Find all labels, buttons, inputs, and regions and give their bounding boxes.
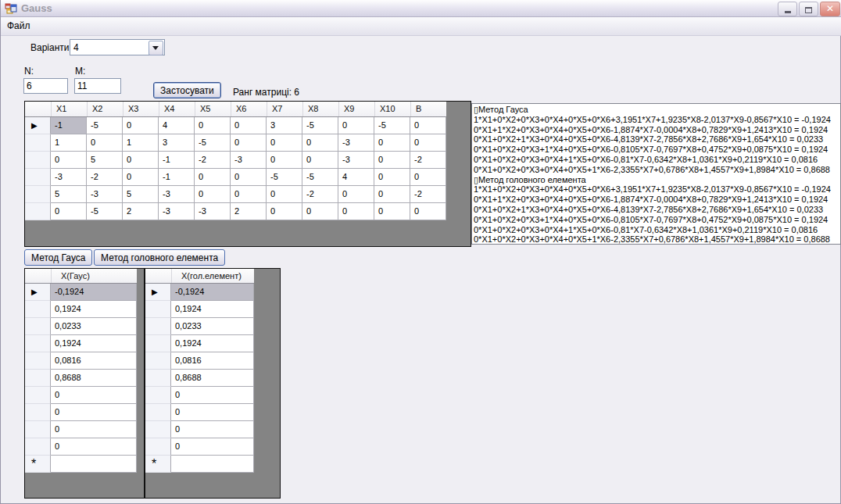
matrix-cell[interactable]: 1 xyxy=(123,134,159,152)
matrix-cell[interactable]: 0 xyxy=(374,152,410,169)
matrix-cell[interactable]: -1 xyxy=(159,152,195,169)
matrix-cell[interactable]: 0 xyxy=(410,169,446,186)
result-cell[interactable]: 0 xyxy=(171,438,254,456)
result-cell[interactable]: 0,8688 xyxy=(171,370,254,387)
matrix-cell[interactable]: 0 xyxy=(338,117,374,134)
new-row-header[interactable]: * xyxy=(145,456,171,473)
matrix-cell[interactable]: 0 xyxy=(267,134,302,152)
matrix-cell[interactable]: 5 xyxy=(123,186,159,203)
matrix-cell[interactable]: -3 xyxy=(231,152,267,169)
matrix-cell[interactable]: 0 xyxy=(51,152,87,169)
matrix-column-header[interactable]: X10 xyxy=(374,102,410,116)
matrix-cell[interactable]: -2 xyxy=(410,186,446,203)
result-cell[interactable]: -0,1924 xyxy=(171,284,254,301)
result-row-header[interactable] xyxy=(25,387,51,404)
matrix-cell[interactable]: -5 xyxy=(87,117,123,134)
result-cell[interactable]: 0,0233 xyxy=(51,318,137,335)
result-cell[interactable]: 0 xyxy=(51,421,137,438)
matrix-column-header[interactable]: B xyxy=(410,102,446,116)
result-cell[interactable]: 0,1924 xyxy=(171,335,254,352)
matrix-cell[interactable]: 5 xyxy=(87,152,123,169)
result-row-header[interactable] xyxy=(25,438,51,456)
matrix-cell[interactable]: 0 xyxy=(231,134,267,152)
result-grid-gauss-column-header[interactable]: X(Гаус) xyxy=(51,269,137,283)
output-panel[interactable]: ▯Метод Гауса1*X1+0*X2+0*X3+0*X4+0*X5+0*X… xyxy=(471,103,841,245)
gauss-method-button[interactable]: Метод Гауса xyxy=(24,249,92,266)
apply-button[interactable]: Застосувати xyxy=(153,82,221,98)
matrix-cell[interactable]: 0 xyxy=(51,203,87,220)
matrix-cell[interactable]: -2 xyxy=(302,186,338,203)
result-cell[interactable]: 0,1924 xyxy=(171,301,254,318)
matrix-cell[interactable]: -2 xyxy=(410,152,446,169)
result-cell[interactable]: 0 xyxy=(171,421,254,438)
matrix-cell[interactable]: 0 xyxy=(123,169,159,186)
matrix-cell[interactable]: 0 xyxy=(302,134,338,152)
matrix-cell[interactable]: -3 xyxy=(51,169,87,186)
matrix-column-header[interactable]: X7 xyxy=(267,102,302,116)
matrix-cell[interactable]: -3 xyxy=(338,152,374,169)
matrix-row-header[interactable] xyxy=(25,134,51,152)
result-row-header[interactable] xyxy=(145,318,171,335)
matrix-cell[interactable]: 0 xyxy=(410,203,446,220)
matrix-cell[interactable]: 0 xyxy=(267,186,302,203)
matrix-cell[interactable]: -5 xyxy=(374,117,410,134)
result-row-header[interactable] xyxy=(25,421,51,438)
matrix-cell[interactable]: 0 xyxy=(87,134,123,152)
result-row-header[interactable] xyxy=(145,404,171,421)
matrix-cell[interactable]: 2 xyxy=(123,203,159,220)
matrix-cell[interactable]: -3 xyxy=(195,203,231,220)
variants-combobox[interactable]: 4 xyxy=(70,39,165,55)
matrix-cell[interactable]: 0 xyxy=(195,186,231,203)
result-grid-main-header-stub[interactable] xyxy=(145,269,171,283)
result-row-header[interactable] xyxy=(25,370,51,387)
result-cell[interactable]: 0 xyxy=(51,438,137,456)
matrix-cell[interactable]: 0 xyxy=(231,117,267,134)
new-row-header[interactable]: * xyxy=(25,456,51,473)
result-cell[interactable]: -0,1924 xyxy=(51,284,137,301)
maximize-button[interactable] xyxy=(799,2,818,16)
close-button[interactable]: ✕ xyxy=(820,2,840,16)
matrix-cell[interactable]: 0 xyxy=(195,117,231,134)
matrix-cell[interactable]: -5 xyxy=(302,169,338,186)
m-input[interactable] xyxy=(74,78,121,94)
matrix-column-header[interactable]: X3 xyxy=(123,102,159,116)
matrix-cell[interactable]: 0 xyxy=(338,186,374,203)
result-row-header[interactable] xyxy=(25,318,51,335)
matrix-cell[interactable]: -1 xyxy=(159,169,195,186)
matrix-cell[interactable]: -5 xyxy=(195,134,231,152)
matrix-column-header[interactable]: X2 xyxy=(87,102,123,116)
matrix-row-header[interactable] xyxy=(25,203,51,220)
menu-item-file[interactable]: Файл xyxy=(1,17,37,34)
result-row-header[interactable] xyxy=(145,335,171,352)
matrix-cell[interactable]: 0 xyxy=(302,152,338,169)
matrix-row-header[interactable] xyxy=(25,169,51,186)
matrix-cell[interactable]: 0 xyxy=(123,117,159,134)
result-cell[interactable]: 0 xyxy=(171,404,254,421)
matrix-column-header[interactable]: X4 xyxy=(159,102,195,116)
main-element-method-button[interactable]: Метод головного елемента xyxy=(94,249,225,266)
result-row-header[interactable] xyxy=(145,352,171,370)
result-row-header[interactable] xyxy=(25,404,51,421)
chevron-down-icon[interactable] xyxy=(149,41,163,55)
result-cell[interactable]: 0 xyxy=(51,387,137,404)
result-cell-empty[interactable] xyxy=(51,456,137,473)
minimize-button[interactable] xyxy=(778,2,797,16)
matrix-column-header[interactable]: X8 xyxy=(302,102,338,116)
result-cell[interactable]: 0,1924 xyxy=(51,301,137,318)
result-cell-empty[interactable] xyxy=(171,456,254,473)
n-input[interactable] xyxy=(23,78,68,94)
matrix-column-header[interactable]: X1 xyxy=(51,102,87,116)
matrix-cell[interactable]: 0 xyxy=(374,203,410,220)
matrix-cell[interactable]: 0 xyxy=(338,203,374,220)
matrix-cell[interactable]: 3 xyxy=(267,117,302,134)
result-row-header[interactable] xyxy=(25,335,51,352)
result-cell[interactable]: 0 xyxy=(171,387,254,404)
result-row-header[interactable] xyxy=(145,301,171,318)
matrix-cell[interactable]: -5 xyxy=(267,169,302,186)
result-row-header[interactable]: ▶ xyxy=(145,284,171,301)
matrix-cell[interactable]: 0 xyxy=(267,152,302,169)
matrix-column-header[interactable]: X6 xyxy=(231,102,267,116)
result-cell[interactable]: 0,0233 xyxy=(171,318,254,335)
matrix-cell[interactable]: -2 xyxy=(195,152,231,169)
matrix-cell[interactable]: 0 xyxy=(231,169,267,186)
